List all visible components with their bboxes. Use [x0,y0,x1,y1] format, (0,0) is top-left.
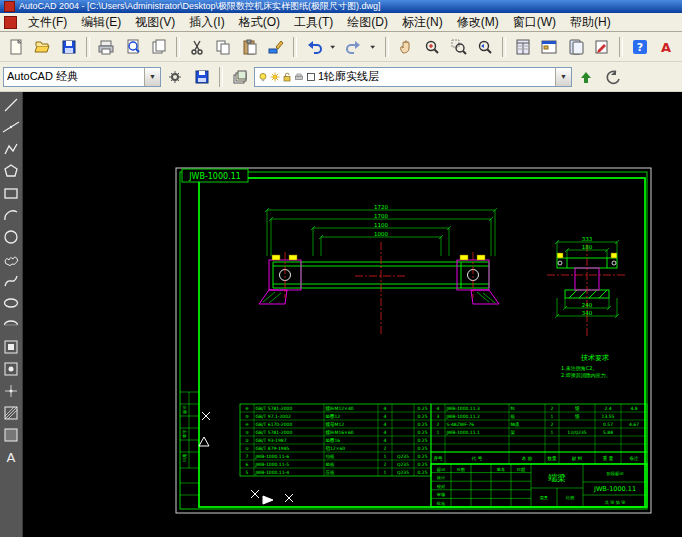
revision-cloud-button[interactable] [1,248,22,269]
insert-block-icon [2,338,20,356]
properties-icon [514,38,532,56]
match-properties-button[interactable] [264,34,290,59]
zoom-previous-button[interactable] [473,34,499,59]
svg-text:1100: 1100 [374,222,388,228]
svg-text:日期: 日期 [517,467,525,472]
menu-insert[interactable]: 插入(I) [182,13,231,32]
save-workspace-button[interactable] [189,64,215,89]
redo-flyout-button[interactable] [368,34,381,59]
svg-text:JWB-1000.11-4: JWB-1000.11-4 [255,470,290,475]
svg-text:S-48ZWF-76: S-48ZWF-76 [447,422,475,427]
construction-line-button[interactable] [1,116,22,137]
svg-text:6: 6 [246,462,249,467]
plot-preview-button[interactable] [120,34,146,59]
polyline-button[interactable] [1,138,22,159]
svg-text:序号: 序号 [434,456,444,461]
menu-draw[interactable]: 绘图(D) [340,13,395,32]
bulb-on-icon[interactable] [258,72,268,82]
svg-text:0.25: 0.25 [417,414,427,419]
workspace-settings-button[interactable] [162,64,188,89]
chevron-down-icon[interactable]: ▼ [144,68,160,86]
pan-button[interactable] [393,34,419,59]
revision-cloud-icon [2,250,20,268]
chevron-down-icon[interactable]: ▼ [555,68,571,86]
workspace-combo[interactable]: AutoCAD 经典 ▼ [3,67,161,87]
title-bar[interactable]: AutoCAD 2004 - [C:\Users\Administrator\D… [0,0,682,13]
menu-dimension[interactable]: 标注(N) [395,13,450,32]
note-line: 1.未注倒角C2。 [561,365,597,372]
markup-set-manager-button[interactable] [590,34,616,59]
plot-on-icon[interactable] [294,72,304,82]
menu-window[interactable]: 窗口(W) [506,13,563,32]
help-button[interactable]: ? [627,34,653,59]
ellipse-arc-button[interactable] [1,314,22,335]
drawing-canvas[interactable]: JWB-1000.11 标记 签字 日期 [23,92,682,537]
zoom-realtime-button[interactable] [420,34,446,59]
svg-text:0.25: 0.25 [417,406,427,411]
layer-previous-button[interactable] [600,64,626,89]
undo-button[interactable] [301,34,327,59]
hatch-button[interactable] [1,402,22,423]
blip-cross-icon [285,494,293,502]
svg-text:①: ① [245,446,249,451]
arc-button[interactable] [1,204,22,225]
toolbar-separator [86,37,90,57]
svg-text:钢: 钢 [575,413,580,419]
tool-palettes-button[interactable] [563,34,589,59]
layer-combo[interactable]: 1轮廓实线层 ▼ [254,67,572,87]
menu-edit[interactable]: 编辑(E) [74,13,128,32]
redo-button[interactable] [342,34,368,59]
make-object-layer-current-button[interactable] [573,64,599,89]
rectangle-button[interactable] [1,182,22,203]
drawing-file-icon[interactable] [4,16,17,29]
svg-text:Q235: Q235 [397,454,409,459]
line-button[interactable] [1,94,22,115]
menu-format[interactable]: 格式(O) [232,13,287,32]
point-button[interactable] [1,380,22,401]
publish-button[interactable] [147,34,173,59]
ellipse-button[interactable] [1,292,22,313]
layer-combo-value: 1轮廓实线层 [318,69,379,84]
menu-modify[interactable]: 修改(M) [450,13,506,32]
sun-icon[interactable] [270,72,280,82]
svg-text:2: 2 [551,422,554,427]
svg-text:1: 1 [551,430,554,435]
redo-flyout-icon [369,38,380,56]
region-button[interactable] [1,424,22,445]
layer-properties-manager-button[interactable] [227,64,253,89]
properties-button[interactable] [510,34,536,59]
menu-help[interactable]: 帮助(H) [563,13,618,32]
svg-text:Q235: Q235 [397,462,409,467]
cut-button[interactable] [184,34,210,59]
multiline-text-button[interactable]: A [1,446,22,467]
svg-text:1700: 1700 [374,213,388,219]
lock-open-icon[interactable] [282,72,292,82]
color-swatch-icon[interactable] [306,72,316,82]
menu-file[interactable]: 文件(F) [21,13,74,32]
undo-flyout-button[interactable] [328,34,341,59]
open-button[interactable] [30,34,56,59]
new-button[interactable] [3,34,29,59]
make-block-button[interactable] [1,358,22,379]
redo-icon [345,38,363,56]
plot-button[interactable] [94,34,120,59]
insert-block-button[interactable] [1,336,22,357]
svg-text:JWB-1000.11.1: JWB-1000.11.1 [446,430,481,435]
menu-view[interactable]: 视图(V) [128,13,182,32]
new-icon [7,38,25,56]
copy-button[interactable] [211,34,237,59]
end-blocks [259,260,499,304]
designcenter-button[interactable] [537,34,563,59]
main-area: A JWB-1000.11 [0,92,682,537]
menu-tools[interactable]: 工具(T) [287,13,340,32]
circle-button[interactable] [1,226,22,247]
circle-icon [2,228,20,246]
spline-button[interactable] [1,270,22,291]
standard-toolbar: ?A [0,32,682,62]
express-tools-button[interactable]: A [654,34,680,59]
window-title: AutoCAD 2004 - [C:\Users\Administrator\D… [19,0,381,13]
polygon-button[interactable] [1,160,22,181]
zoom-window-button[interactable] [446,34,472,59]
paste-button[interactable] [237,34,263,59]
save-button[interactable] [56,34,82,59]
